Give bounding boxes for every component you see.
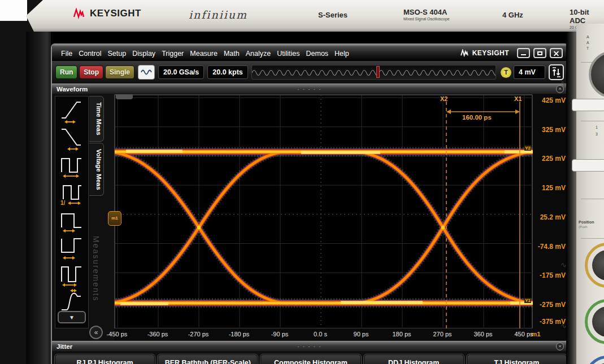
measurements-ghost-label: Measurements	[92, 236, 101, 302]
position-sub-label: (Push	[579, 225, 588, 229]
jitter-button-ber-bathtub-ber-scale-[interactable]: BER Bathtub (BER-Scale)	[158, 354, 258, 364]
infiniium-app-window: FileControlSetupDisplayTriggerMeasureMat…	[51, 43, 568, 364]
screen-right-bezel	[566, 32, 577, 364]
jitter-button-ddj-histogram[interactable]: DDJ Histogram	[364, 354, 464, 364]
trigger-source-badge[interactable]: T	[501, 67, 511, 78]
vertical-axis-labels: 425 mV325 mV225 mV125 mV25.2 mV-74.8 mV-…	[533, 94, 568, 341]
timebase-position-strip[interactable]	[251, 65, 496, 80]
minimize-icon	[521, 54, 526, 55]
sidebar-collapse-button[interactable]: «	[89, 326, 103, 339]
acquisition-mode-button[interactable]	[138, 65, 155, 80]
menu-math[interactable]: Math	[224, 50, 240, 58]
jitter-button-composite-histogram[interactable]: Composite Histogram	[260, 354, 360, 364]
memory-depth-readout[interactable]: 20.0 kpts	[207, 65, 248, 79]
tab-time-meas[interactable]: Time Meas	[89, 96, 104, 142]
cursor-x2-label[interactable]: X2	[440, 95, 447, 102]
x-axis-tick: -90 ps	[271, 331, 289, 337]
menu-demos[interactable]: Demos	[306, 50, 328, 58]
jitter-button-rj-pj-histogram[interactable]: RJ,PJ Histogram	[55, 354, 155, 364]
frequency-measurement-button[interactable]: 1/	[59, 179, 85, 206]
eye-diagram-plot[interactable]: X2 X1 160.00 ps Y2 Y1 m1	[114, 94, 532, 328]
front-panel: A A T ∿ 1 3 Position (Push ∿ ∿	[576, 24, 604, 364]
minimize-button[interactable]	[517, 48, 530, 58]
front-panel-top-label: A	[586, 41, 589, 45]
period-measurement-button[interactable]	[59, 152, 85, 179]
tab-voltage-meas[interactable]: Voltage Meas	[89, 143, 104, 196]
channel2-position-knob[interactable]	[592, 306, 604, 337]
sine-wave-icon: ∿	[560, 322, 567, 330]
bezel-bandwidth: 4 GHz	[502, 11, 523, 19]
keysight-spark-icon	[460, 49, 470, 57]
x-axis-tick: -360 ps	[147, 331, 168, 337]
keysight-logo: KEYSIGHT	[73, 8, 141, 19]
cursor-x1-label[interactable]: X1	[514, 95, 522, 102]
collapse-down-icon[interactable]: ˅	[556, 343, 564, 350]
run-button[interactable]: Run	[55, 65, 77, 79]
sine-wave-icon: ∿	[560, 261, 567, 269]
sidebar-scroll-down-button[interactable]: ▼	[58, 311, 86, 323]
y-axis-tick: 425 mV	[542, 97, 566, 104]
menu-display[interactable]: Display	[132, 50, 155, 58]
marker-y2-edge-label[interactable]: Y2	[524, 146, 531, 151]
x-axis-tick: 360 ps	[473, 331, 492, 337]
menu-items: FileControlSetupDisplayTriggerMeasureMat…	[61, 48, 355, 58]
x-axis-tick: 270 ps	[433, 331, 451, 337]
menubar-brand-text: KEYSIGHT	[472, 49, 509, 57]
horizontal-scale-knob[interactable]	[589, 51, 604, 98]
x-axis-tick: 450 ps	[514, 331, 533, 337]
drag-handle-dots[interactable]: · · · · ·	[298, 344, 322, 349]
y-axis-tick: 325 mV	[542, 126, 566, 134]
menu-help[interactable]: Help	[334, 50, 349, 58]
duty-cycle-measurement-button[interactable]	[59, 260, 85, 287]
svg-text:1/: 1/	[60, 200, 66, 206]
menu-setup[interactable]: Setup	[107, 50, 126, 58]
jitter-button-row: RJ,PJ HistogramBER Bathtub (BER-Scale)Co…	[53, 353, 568, 364]
positive-width-measurement-button[interactable]	[59, 206, 85, 233]
menu-measure[interactable]: Measure	[190, 50, 218, 58]
sample-rate-readout[interactable]: 20.0 GSa/s	[158, 65, 204, 79]
negative-width-measurement-button[interactable]	[59, 233, 85, 260]
channel2-ring	[585, 299, 604, 344]
plot-corner-handle[interactable]	[116, 94, 133, 99]
drag-handle-dots[interactable]: · · · · ·	[298, 86, 322, 92]
menu-utilities[interactable]: Utilities	[277, 50, 299, 58]
menubar-keysight-logo: KEYSIGHT	[460, 49, 509, 57]
front-panel-button[interactable]	[572, 159, 604, 172]
rise-time-measurement-button[interactable]	[59, 98, 85, 125]
instrument-top-bezel: KEYSIGHT infiniium S-Series MSO-S 404A M…	[26, 0, 604, 32]
waveform-panel-title: Waveform	[57, 86, 88, 93]
bezel-model: MSO-S 404A Mixed Signal Oscilloscope	[403, 8, 450, 21]
x-axis-tick: -450 ps	[107, 331, 128, 337]
close-button[interactable]	[550, 48, 563, 58]
marker-y1-edge-label[interactable]: Y1	[524, 298, 531, 303]
vertical-scale-button[interactable]	[549, 64, 564, 80]
stop-button[interactable]: Stop	[79, 65, 103, 79]
fall-time-measurement-button[interactable]	[59, 125, 85, 152]
front-panel-button[interactable]	[572, 99, 604, 111]
menu-trigger[interactable]: Trigger	[162, 50, 184, 58]
front-panel-side-label: 3	[596, 132, 598, 136]
jitter-panel-header[interactable]: Jitter · · · · · ˅	[52, 341, 567, 351]
maximize-button[interactable]	[533, 48, 546, 58]
jitter-button-tj-histogram[interactable]: TJ Histogram	[467, 354, 567, 364]
waveform-panel-header[interactable]: Waveform · · · · · ˄	[52, 84, 567, 94]
menu-control[interactable]: Control	[79, 50, 101, 58]
waveform-mode-icon	[141, 68, 152, 76]
y-axis-tick: -175 mV	[540, 271, 566, 279]
menu-analyze[interactable]: Analyze	[246, 50, 271, 58]
x-axis-tick: 90 ps	[354, 331, 369, 337]
marker-m1-handle[interactable]: m1	[108, 211, 121, 226]
channel1-position-knob[interactable]	[592, 250, 604, 280]
single-button[interactable]: Single	[105, 65, 134, 79]
channel1-ring	[585, 243, 604, 288]
negative-width-icon	[60, 233, 84, 260]
overshoot-measurement-button[interactable]	[59, 287, 85, 314]
channel3-ring	[585, 356, 604, 364]
y-axis-tick: 125 mV	[542, 184, 566, 192]
timebase-position-marker[interactable]	[376, 66, 380, 78]
trigger-level-readout[interactable]: 4 mV	[514, 65, 545, 79]
menu-file[interactable]: File	[61, 50, 72, 58]
keysight-spark-icon	[73, 8, 86, 19]
bezel-model-number: MSO-S 404A	[403, 8, 450, 16]
x-axis-tick: 180 ps	[392, 331, 411, 337]
